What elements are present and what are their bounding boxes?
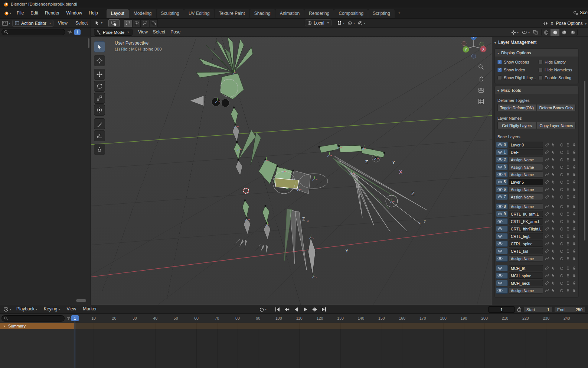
person-icon[interactable] [565,256,571,262]
radio-circle-icon[interactable] [559,288,564,294]
select-pointer-icon[interactable] [551,157,556,163]
lock-icon[interactable] [572,226,577,232]
layer-visibility-toggle[interactable] [496,272,508,279]
radio-circle-icon[interactable] [559,265,564,271]
radio-circle-icon[interactable] [559,241,564,247]
radio-circle-icon[interactable] [559,204,564,210]
select-pointer-icon[interactable] [551,164,556,170]
viewport-menu-item[interactable]: Select [150,28,168,36]
layer-visibility-toggle[interactable] [496,248,508,254]
layer-visibility-toggle[interactable]: 8 [496,203,508,210]
lock-icon[interactable] [572,149,577,155]
select-pointer-icon[interactable] [551,280,556,286]
layer-name-button[interactable]: CRTL_FK_arm.L [509,218,543,225]
select-pointer-icon[interactable] [551,241,556,247]
panel-collapse-icon[interactable] [494,40,496,45]
link-icon[interactable] [544,241,549,247]
layer-visibility-toggle[interactable] [496,233,508,239]
select-box-tool-button[interactable] [108,19,120,27]
lock-icon[interactable] [572,241,577,247]
radio-circle-icon[interactable] [559,179,564,185]
link-icon[interactable] [544,280,549,286]
select-pointer-icon[interactable] [551,187,556,193]
menu-item[interactable]: Window [63,9,85,18]
person-icon[interactable] [565,172,571,178]
layer-visibility-toggle[interactable]: 3 [496,164,508,170]
select-mode-extend[interactable] [133,19,141,27]
checkbox[interactable] [538,75,543,80]
layer-name-button[interactable]: MCH_spine [509,272,543,279]
checkbox-row[interactable]: Show RigUI Lay... [497,75,537,80]
summary-track-band[interactable] [74,323,588,329]
radio-circle-icon[interactable] [559,273,564,279]
link-icon[interactable] [544,172,549,178]
select-mode-subtract[interactable] [141,19,149,27]
person-icon[interactable] [565,248,571,254]
shading-solid-button[interactable] [551,29,559,36]
workspace-tab[interactable]: UV Editing [184,9,214,18]
menu-item[interactable]: Render [42,9,63,18]
person-icon[interactable] [565,179,571,185]
layer-visibility-toggle[interactable] [496,287,508,294]
workspace-tab[interactable]: Texture Paint [215,9,249,18]
mode-dropdown[interactable]: Pose Mode [94,29,133,36]
layer-visibility-toggle[interactable]: 2 [496,156,508,163]
timeline-search-input[interactable] [1,315,65,322]
timeline-editor-type-button[interactable] [2,307,13,312]
annotate-tool-button[interactable] [94,118,105,129]
person-icon[interactable] [565,226,571,232]
lock-icon[interactable] [572,157,577,163]
swap-arrows-icon[interactable] [66,316,72,320]
checkbox[interactable] [497,68,502,72]
radio-circle-icon[interactable] [559,157,564,163]
select-pointer-icon[interactable] [551,256,556,262]
camera-view-button[interactable] [477,86,485,94]
link-icon[interactable] [544,233,549,239]
current-frame-field[interactable]: 1 [488,306,515,313]
armature-rig[interactable] [190,37,427,278]
link-icon[interactable] [544,219,549,225]
link-icon[interactable] [544,226,549,232]
link-icon[interactable] [544,211,549,217]
gizmo-y-neg[interactable] [480,42,484,46]
current-frame-marker[interactable]: 1 [71,315,79,321]
layer-name-button[interactable]: Assign Name [509,255,543,262]
person-icon[interactable] [565,164,571,170]
active-tool-dropdown[interactable] [94,20,102,26]
layer-names-button[interactable]: Get Rigify Layers [497,122,536,129]
menu-view[interactable]: View [55,19,71,28]
layer-visibility-toggle[interactable]: 4 [496,171,508,178]
xray-toggle-button[interactable] [533,30,538,35]
layer-name-button[interactable]: CRTL_fthrFlight.L [509,226,543,232]
action-editor-dropdown[interactable]: Action Editor [12,20,53,27]
deformer-button[interactable]: Toggle Deform(ON) [497,104,536,111]
radio-circle-icon[interactable] [559,219,564,225]
layer-name-button[interactable]: MCH_IK [509,265,543,271]
vertical-scrollbar[interactable] [88,38,89,48]
gizmo-x-neg[interactable] [462,41,466,46]
gizmo-z-neg[interactable] [471,54,476,58]
lock-icon[interactable] [572,280,577,286]
radio-circle-icon[interactable] [559,142,564,148]
layer-visibility-toggle[interactable] [496,226,508,232]
select-pointer-icon[interactable] [551,204,556,210]
layer-visibility-toggle[interactable]: 0 [496,142,508,148]
checkbox-row[interactable]: Hide Nameless [538,68,576,72]
next-keyframe-button[interactable] [311,306,318,313]
select-pointer-icon[interactable] [551,233,556,239]
person-icon[interactable] [565,265,571,271]
person-icon[interactable] [565,219,571,225]
link-icon[interactable] [544,142,549,148]
app-menu-button[interactable] [1,11,13,16]
layer-name-button[interactable]: Assign Name [509,287,543,294]
layer-name-button[interactable]: Layer 5 [509,179,543,185]
select-pointer-icon[interactable] [551,219,556,225]
checkbox-row[interactable]: Enable Sorting [538,75,576,80]
layer-visibility-toggle[interactable] [496,265,508,271]
rotate-tool-button[interactable] [94,81,105,92]
person-icon[interactable] [565,204,571,210]
person-icon[interactable] [565,280,571,286]
transform-orientation-dropdown[interactable]: Local [305,19,331,26]
layer-visibility-toggle[interactable] [496,255,508,262]
lock-icon[interactable] [572,248,577,254]
